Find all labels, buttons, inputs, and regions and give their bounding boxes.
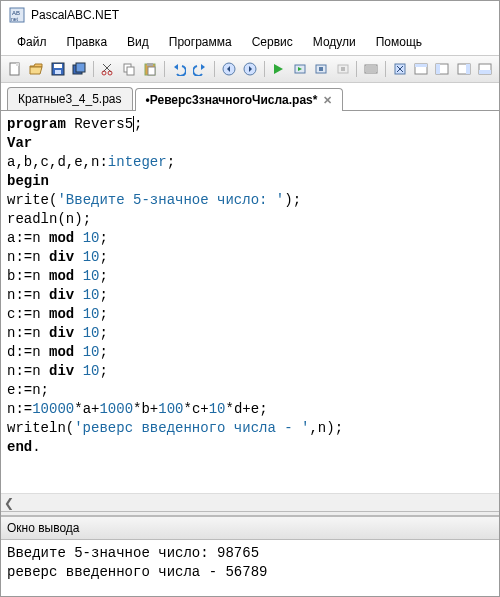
- str-result: 'реверс введенного числа - ': [74, 420, 309, 436]
- svg-rect-15: [147, 63, 153, 66]
- horizontal-scrollbar[interactable]: ❮: [1, 493, 499, 511]
- undo-icon[interactable]: [169, 59, 188, 79]
- tabbar: Кратные3_4_5.pas •Реверс3значногоЧисла.p…: [1, 83, 499, 111]
- svg-rect-9: [76, 63, 85, 72]
- app-logo-icon: ABnet: [9, 7, 25, 23]
- svg-rect-6: [54, 64, 62, 68]
- kw-div: div: [49, 249, 74, 265]
- stmt-d: d:=n: [7, 344, 49, 360]
- menu-file[interactable]: Файл: [7, 31, 57, 53]
- kw-begin: begin: [7, 173, 49, 189]
- output-line-2: реверс введенного числа - 56789: [7, 564, 267, 580]
- svg-rect-13: [127, 67, 134, 75]
- num-10: 10: [83, 363, 100, 379]
- tab-file-2[interactable]: •Реверс3значногоЧисла.pas* ✕: [135, 88, 344, 111]
- end-dot: .: [32, 439, 40, 455]
- browser-icon[interactable]: [411, 59, 430, 79]
- menu-service[interactable]: Сервис: [242, 31, 303, 53]
- stmt-ncalc: n:=: [7, 401, 32, 417]
- code-editor[interactable]: program Revers5; Var a,b,c,d,e,n:integer…: [1, 111, 499, 493]
- window-new-icon[interactable]: [390, 59, 409, 79]
- op-a: *a+: [74, 401, 99, 417]
- type-integer: integer: [108, 154, 167, 170]
- run-icon[interactable]: [269, 59, 288, 79]
- window-list-icon[interactable]: [361, 59, 380, 79]
- num-10: 10: [83, 287, 100, 303]
- redo-icon[interactable]: [190, 59, 209, 79]
- tab-label: Кратные3_4_5.pas: [18, 92, 122, 106]
- kw-mod: mod: [49, 306, 74, 322]
- kw-var: Var: [7, 135, 32, 151]
- svg-text:net: net: [11, 16, 19, 22]
- kw-mod: mod: [49, 344, 74, 360]
- run-step-icon[interactable]: [290, 59, 309, 79]
- toolbar-sep-6: [385, 61, 386, 77]
- kw-mod: mod: [49, 230, 74, 246]
- tab-file-1[interactable]: Кратные3_4_5.pas: [7, 87, 133, 110]
- nav-forward-icon[interactable]: [240, 59, 259, 79]
- svg-rect-30: [415, 64, 427, 67]
- titlebar: ABnet PascalABC.NET: [1, 1, 499, 29]
- fn-writeln: writeln: [7, 420, 66, 436]
- menubar: Файл Правка Вид Программа Сервис Модули …: [1, 29, 499, 55]
- svg-rect-34: [466, 64, 470, 74]
- svg-rect-4: [16, 63, 19, 66]
- toolbar-sep-5: [356, 61, 357, 77]
- stmt-n3: n:=n: [7, 325, 49, 341]
- menu-view[interactable]: Вид: [117, 31, 159, 53]
- num-10: 10: [83, 344, 100, 360]
- stmt-e: e:=n;: [7, 382, 49, 398]
- svg-rect-16: [148, 67, 155, 75]
- str-prompt: 'Введите 5-значное число: ': [57, 192, 284, 208]
- menu-program[interactable]: Программа: [159, 31, 242, 53]
- open-file-icon[interactable]: [26, 59, 45, 79]
- stmt-n2: n:=n: [7, 287, 49, 303]
- panel2-icon[interactable]: [454, 59, 473, 79]
- stmt-n4: n:=n: [7, 363, 49, 379]
- svg-rect-36: [479, 70, 491, 74]
- toolbar-sep-2: [164, 61, 165, 77]
- copy-icon[interactable]: [119, 59, 138, 79]
- op-de: *d+e;: [226, 401, 268, 417]
- tab-label: •Реверс3значногоЧисла.pas*: [146, 93, 318, 107]
- kw-div: div: [49, 287, 74, 303]
- stmt-n1: n:=n: [7, 249, 49, 265]
- panel1-icon[interactable]: [433, 59, 452, 79]
- paste-icon[interactable]: [141, 59, 160, 79]
- app-title: PascalABC.NET: [31, 8, 119, 22]
- save-icon[interactable]: [48, 59, 67, 79]
- num-10: 10: [83, 249, 100, 265]
- fn-write: write: [7, 192, 49, 208]
- stmt-a: a:=n: [7, 230, 49, 246]
- compile-icon[interactable]: [312, 59, 331, 79]
- toolbar-sep-4: [264, 61, 265, 77]
- nav-back-icon[interactable]: [219, 59, 238, 79]
- program-name: Revers5: [74, 116, 133, 132]
- var-list: a,b,c,d,e,n:: [7, 154, 108, 170]
- menu-modules[interactable]: Модули: [303, 31, 366, 53]
- svg-rect-32: [436, 64, 440, 74]
- menu-help[interactable]: Помощь: [366, 31, 432, 53]
- cut-icon[interactable]: [98, 59, 117, 79]
- stmt-b: b:=n: [7, 268, 49, 284]
- num-10: 10: [83, 230, 100, 246]
- toolbar: [1, 55, 499, 83]
- menu-edit[interactable]: Правка: [57, 31, 118, 53]
- output-panel[interactable]: Введите 5-значное число: 98765 реверс вв…: [1, 540, 499, 596]
- panel3-icon[interactable]: [476, 59, 495, 79]
- kw-program: program: [7, 116, 66, 132]
- output-panel-title: Окно вывода: [1, 516, 499, 540]
- kw-end: end: [7, 439, 32, 455]
- save-all-icon[interactable]: [69, 59, 88, 79]
- new-file-icon[interactable]: [5, 59, 24, 79]
- stop-icon[interactable]: [333, 59, 352, 79]
- num-10b: 10: [209, 401, 226, 417]
- kw-div: div: [49, 363, 74, 379]
- writeln-tail: ,n);: [309, 420, 343, 436]
- scroll-left-icon[interactable]: ❮: [1, 495, 17, 511]
- num-10000: 10000: [32, 401, 74, 417]
- op-c: *c+: [184, 401, 209, 417]
- close-icon[interactable]: ✕: [323, 94, 332, 107]
- svg-rect-23: [341, 67, 345, 71]
- toolbar-sep-3: [214, 61, 215, 77]
